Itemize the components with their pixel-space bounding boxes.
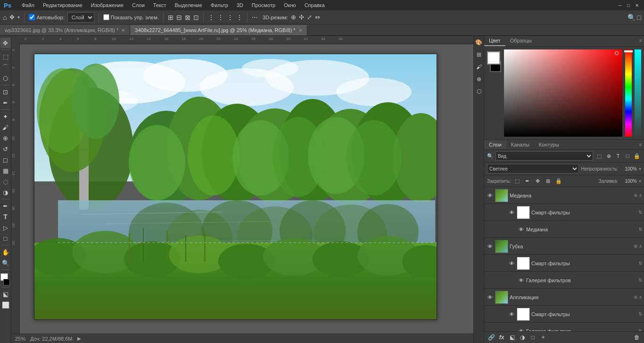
tab-2[interactable]: 3408x2272_664485_[www.ArtFile.ru].jpg @ … [130, 25, 307, 35]
move-tool-icon[interactable]: ✥ [9, 14, 15, 21]
align-icon-7[interactable]: ⋮ [227, 14, 233, 21]
fill-chevron[interactable]: ▾ [639, 179, 641, 184]
layer-mediana-filter-eye[interactable]: 👁 [517, 226, 525, 233]
search-icon[interactable]: 🔍 [627, 14, 636, 21]
cube-panel-icon[interactable]: ⬡ [474, 87, 484, 96]
eyedropper-tool[interactable]: ✒ [0, 98, 11, 108]
samples-tab[interactable]: Образцы [505, 36, 537, 46]
menu-window[interactable]: Окно [280, 1, 300, 9]
dodge-tool[interactable]: ◑ [0, 187, 11, 197]
menu-file[interactable]: Файл [18, 1, 38, 9]
foreground-color-swatch[interactable] [487, 51, 500, 65]
layer-mediana-eye[interactable]: 👁 [486, 192, 494, 199]
channels-tab[interactable]: Каналы [506, 140, 534, 149]
move-tool[interactable]: ✥ [0, 38, 11, 48]
layers-filter-dropdown[interactable]: Вид [495, 151, 593, 161]
align-icon-3[interactable]: ⊠ [185, 14, 190, 21]
screen-mode-tool[interactable]: ⬜ [0, 300, 11, 310]
adjust-panel-icon[interactable]: ⊕ [474, 74, 484, 84]
lock-move-icon[interactable]: ✥ [534, 177, 542, 185]
menu-filter[interactable]: Фильтр [207, 1, 232, 9]
layer-smart1-sort[interactable]: ⇅ [638, 210, 642, 215]
text-tool[interactable]: T [0, 212, 11, 222]
align-icon-4[interactable]: ⊡ [193, 14, 199, 21]
shape-tool[interactable]: □ [0, 233, 11, 244]
background-swatch[interactable] [3, 279, 10, 286]
layer-gubka-expand[interactable]: ∧ [639, 244, 642, 249]
lock-artboard-icon[interactable]: ⊞ [544, 177, 553, 185]
filter-shape-icon[interactable]: □ [623, 152, 632, 160]
blur-tool[interactable]: ◌ [0, 176, 11, 187]
layer-gubka-eye[interactable]: 👁 [486, 243, 494, 250]
pan3d-icon[interactable]: ⤢ [307, 14, 312, 21]
stamp-tool[interactable]: ⊕ [0, 133, 11, 143]
layer-mediana-filter[interactable]: 👁 Медиана ⇅ [484, 221, 644, 238]
layer-fx-button[interactable]: fx [497, 333, 506, 342]
layers-tab[interactable]: Слои [484, 140, 506, 149]
tab-1-close[interactable]: ✕ [121, 28, 125, 33]
layer-smart1[interactable]: 👁 Смарт-фильтры ⇅ [484, 204, 644, 221]
menu-image[interactable]: Изображение [87, 1, 127, 9]
menu-text[interactable]: Текст [149, 1, 170, 9]
close-button[interactable]: ✕ [634, 2, 640, 8]
color-spectrum[interactable] [504, 49, 622, 137]
gradient-tool[interactable]: ▦ [0, 165, 11, 176]
pen-tool[interactable]: ✒ [0, 201, 11, 211]
layer-applikaciya-options[interactable]: ⊕ [634, 294, 637, 300]
minimize-button[interactable]: ─ [617, 2, 623, 8]
layer-gallery1-sort[interactable]: ⇅ [638, 278, 642, 283]
color-panel-menu[interactable]: ≡ [637, 36, 644, 46]
blend-mode-dropdown[interactable]: Светлее [487, 164, 579, 173]
filter-pixel-icon[interactable]: ⬚ [595, 152, 603, 160]
layer-mask-button[interactable]: ⬕ [508, 333, 516, 342]
menu-3d[interactable]: 3D [233, 1, 247, 9]
crop-tool[interactable]: ⊡ [0, 87, 11, 97]
tab-2-close[interactable]: ✕ [298, 28, 302, 33]
layer-group-button[interactable]: □ [528, 333, 537, 342]
layer-mediana[interactable]: 👁 Медиана ⊕ ∧ [484, 187, 644, 204]
layer-smart2-eye[interactable]: 👁 [508, 260, 515, 267]
layer-new-button[interactable]: + [539, 333, 547, 342]
filter-adjustment-icon[interactable]: ⊕ [604, 152, 613, 160]
brush-panel-icon[interactable]: 🖌 [474, 62, 484, 72]
layer-gallery1-eye[interactable]: 👁 [517, 277, 525, 284]
history-brush-tool[interactable]: ↺ [0, 144, 11, 154]
layer-mediana-filter-sort[interactable]: ⇅ [638, 227, 642, 232]
quick-select-tool[interactable]: ⬡ [0, 73, 11, 83]
tab-1[interactable]: wp3323661.jpg @ 33,3% (Аппликация, RGB/8… [0, 25, 130, 35]
layer-mediana-options[interactable]: ⊕ [634, 193, 637, 198]
paths-tab[interactable]: Контуры [534, 140, 564, 149]
lock-all-icon[interactable]: 🔒 [554, 177, 563, 185]
lock-transparent-icon[interactable]: ⬚ [513, 177, 521, 185]
hand-tool[interactable]: ✋ [0, 247, 11, 257]
rectangle-select-tool[interactable]: ⬚ [0, 51, 11, 62]
layers-panel-icon[interactable]: ⊞ [474, 50, 484, 59]
path-select-tool[interactable]: ▷ [0, 222, 11, 233]
layer-gallery2-eye[interactable]: 👁 [517, 327, 525, 332]
layer-smart3-sort[interactable]: ⇅ [638, 311, 642, 317]
align-icon-8[interactable]: ⋮ [236, 14, 243, 21]
menu-layers[interactable]: Слои [128, 1, 149, 9]
rotate3d-icon[interactable]: ⊕ [291, 14, 296, 21]
layer-gallery1[interactable]: 👁 Галерея фильтров ⇅ [484, 272, 644, 289]
lock-brush-icon[interactable]: ✒ [523, 177, 532, 185]
home-icon[interactable]: ⌂ [3, 14, 7, 21]
layer-mediana-expand[interactable]: ∧ [639, 193, 642, 198]
layer-gubka-options[interactable]: ⊕ [634, 244, 637, 249]
arrow-icon[interactable]: ▶ [77, 336, 81, 341]
color-tab[interactable]: Цвет [484, 36, 505, 46]
align-icon-5[interactable]: ⋮ [208, 14, 215, 21]
canvas-content[interactable] [20, 44, 473, 334]
alpha-slider[interactable] [635, 49, 641, 137]
maximize-button[interactable]: □ [625, 2, 632, 8]
layer-applikaciya-eye[interactable]: 👁 [486, 294, 494, 301]
workspace-icon[interactable]: □ [637, 14, 641, 21]
more-options-icon[interactable]: ⋯ [252, 14, 258, 21]
zoom3d-icon[interactable]: ⇔ [315, 14, 320, 21]
zoom-tool[interactable]: 🔍 [0, 258, 11, 268]
layer-link-button[interactable]: 🔗 [487, 333, 495, 342]
show-transform-checkbox[interactable] [103, 14, 109, 20]
menu-view[interactable]: Просмотр [248, 1, 279, 9]
layer-smart3-eye[interactable]: 👁 [508, 310, 515, 318]
filter-type-icon[interactable]: T [614, 152, 622, 160]
